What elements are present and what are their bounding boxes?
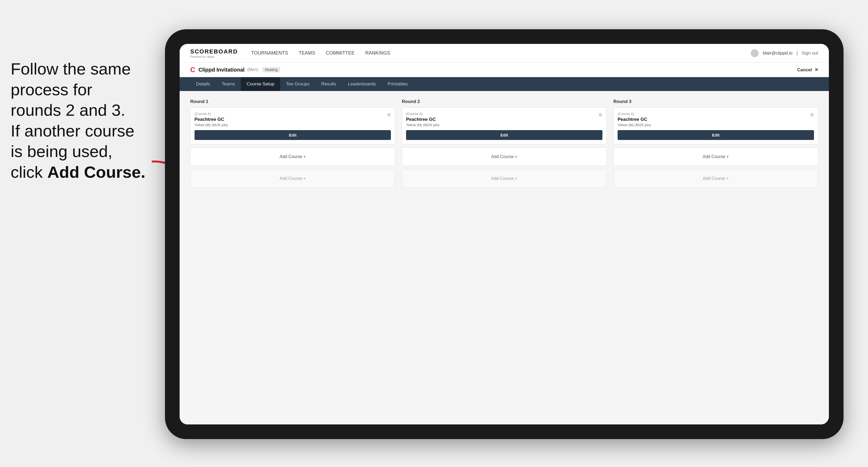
tablet-screen: SCOREBOARD Powered by clippd TOURNAMENTS… <box>180 44 829 425</box>
round-2-label: Round 2 <box>402 99 607 104</box>
round-3-column: Round 3 ⊗ (Course A) Peachtree GC Yellow… <box>613 99 818 191</box>
round-3-add-course-1[interactable]: Add Course + <box>613 148 818 166</box>
tournament-gender: (Men) <box>247 67 258 72</box>
nav-separator: | <box>797 51 798 56</box>
rounds-grid: Round 1 ⊗ (Course A) Peachtree GC Yellow… <box>190 99 818 191</box>
nav-rankings[interactable]: RANKINGS <box>365 50 390 56</box>
tab-leaderboards[interactable]: Leaderboards <box>342 77 382 91</box>
nav-tournaments[interactable]: TOURNAMENTS <box>251 50 288 56</box>
round-2-course-details: Yellow (M) (6629 yds) <box>406 123 602 127</box>
round-2-delete-icon[interactable]: ⊗ <box>598 112 602 118</box>
nav-links: TOURNAMENTS TEAMS COMMITTEE RANKINGS <box>251 50 751 56</box>
avatar <box>751 49 758 57</box>
round-3-course-name: Peachtree GC <box>618 117 814 122</box>
round-2-course-label: (Course A) <box>406 112 602 116</box>
user-email: blair@clippd.io <box>763 51 793 56</box>
top-nav: SCOREBOARD Powered by clippd TOURNAMENTS… <box>180 44 829 63</box>
round-2-column: Round 2 ⊗ (Course A) Peachtree GC Yellow… <box>402 99 607 191</box>
round-2-add-course-label-2: Add Course + <box>491 176 517 181</box>
round-1-edit-button[interactable]: Edit <box>194 130 391 140</box>
round-1-course-details: Yellow (M) (6629 yds) <box>194 123 391 127</box>
round-1-add-course-2: Add Course + <box>190 169 395 188</box>
tournament-name: Clippd Invitational <box>198 67 245 73</box>
tab-teams[interactable]: Teams <box>216 77 241 91</box>
nav-committee[interactable]: COMMITTEE <box>326 50 355 56</box>
main-content: Round 1 ⊗ (Course A) Peachtree GC Yellow… <box>180 91 829 425</box>
cancel-button[interactable]: Cancel ✕ <box>796 67 818 73</box>
round-1-add-course-label-2: Add Course + <box>280 176 306 181</box>
round-1-add-course-1[interactable]: Add Course + <box>190 148 395 166</box>
round-1-course-name: Peachtree GC <box>194 117 391 122</box>
sign-out-link[interactable]: Sign out <box>802 51 818 56</box>
logo-title: SCOREBOARD <box>190 48 238 55</box>
tab-details[interactable]: Details <box>190 77 216 91</box>
tab-printables[interactable]: Printables <box>382 77 414 91</box>
round-3-course-card: ⊗ (Course A) Peachtree GC Yellow (M) (66… <box>613 107 818 144</box>
round-1-add-course-label-1: Add Course + <box>280 154 306 159</box>
round-2-course-name: Peachtree GC <box>406 117 602 122</box>
round-1-column: Round 1 ⊗ (Course A) Peachtree GC Yellow… <box>190 99 395 191</box>
sub-header: C Clippd Invitational (Men) Hosting Canc… <box>180 63 829 77</box>
tab-bar: Details Teams Course Setup Tee Groups Re… <box>180 77 829 91</box>
round-3-add-course-label-1: Add Course + <box>703 154 729 159</box>
logo-sub: Powered by clippd <box>190 55 238 58</box>
round-1-course-label: (Course A) <box>194 112 391 116</box>
tab-course-setup[interactable]: Course Setup <box>241 77 280 91</box>
tab-results[interactable]: Results <box>315 77 342 91</box>
round-2-add-course-2: Add Course + <box>402 169 607 188</box>
instruction-text: Follow the same process for rounds 2 and… <box>11 60 145 181</box>
brand-logo-c: C <box>190 66 195 74</box>
round-2-add-course-label-1: Add Course + <box>491 154 517 159</box>
round-1-label: Round 1 <box>190 99 395 104</box>
round-3-delete-icon[interactable]: ⊗ <box>810 112 814 118</box>
nav-right: blair@clippd.io | Sign out <box>751 49 818 57</box>
round-2-edit-button[interactable]: Edit <box>406 130 602 140</box>
tablet-frame: SCOREBOARD Powered by clippd TOURNAMENTS… <box>165 29 843 439</box>
round-3-course-details: Yellow (M) (6629 yds) <box>618 123 814 127</box>
nav-teams[interactable]: TEAMS <box>299 50 315 56</box>
hosting-badge: Hosting <box>262 67 280 72</box>
round-3-add-course-label-2: Add Course + <box>703 176 729 181</box>
tab-tee-groups[interactable]: Tee Groups <box>280 77 315 91</box>
scoreboard-logo: SCOREBOARD Powered by clippd <box>190 48 238 58</box>
instruction-panel: Follow the same process for rounds 2 and… <box>0 48 165 193</box>
round-1-course-card: ⊗ (Course A) Peachtree GC Yellow (M) (66… <box>190 107 395 144</box>
round-3-add-course-2: Add Course + <box>613 169 818 188</box>
round-2-add-course-1[interactable]: Add Course + <box>402 148 607 166</box>
round-3-course-label: (Course A) <box>618 112 814 116</box>
round-2-course-card: ⊗ (Course A) Peachtree GC Yellow (M) (66… <box>402 107 607 144</box>
round-3-label: Round 3 <box>613 99 818 104</box>
round-3-edit-button[interactable]: Edit <box>618 130 814 140</box>
round-1-delete-icon[interactable]: ⊗ <box>387 112 391 118</box>
